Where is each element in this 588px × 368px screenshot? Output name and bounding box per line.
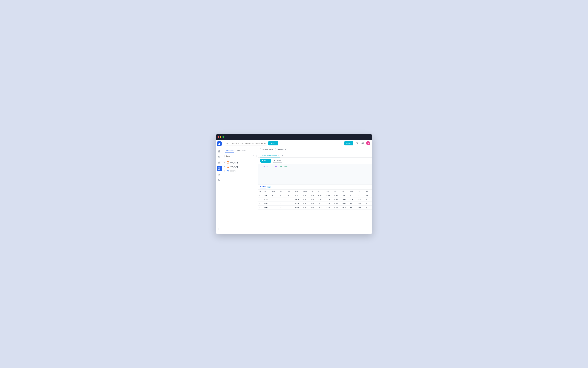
table-cell: 0 — [258, 193, 263, 197]
db-chevron-icon: ▾ — [285, 149, 286, 151]
table-cell: 3 — [258, 197, 263, 202]
maximize-dot[interactable] — [222, 136, 224, 138]
add-button[interactable]: ⊕ Add — [344, 141, 353, 146]
svg-rect-9 — [220, 174, 220, 175]
logo[interactable] — [217, 141, 222, 146]
results-table-container[interactable]: id trip... rate... stor... pay... fare..… — [258, 190, 372, 234]
cancel-button[interactable]: ✕ Cancel — [272, 159, 282, 163]
sidebar-bottom — [217, 227, 222, 232]
table-row: 316.971N149.500.000.505.615.760.3061.672… — [258, 197, 372, 202]
settings-icon — [218, 162, 220, 164]
service-name-dropdown[interactable]: Service Name ▾ — [260, 148, 274, 151]
query-icon — [218, 167, 220, 170]
panel-search-input[interactable] — [224, 154, 257, 158]
tree-item-test-mysql[interactable]: ▶ test_mysql — [223, 160, 258, 165]
table-cell: 1 — [271, 206, 279, 210]
query-tab-close-icon[interactable]: ✕ — [277, 154, 279, 156]
table-cell: 201... — [364, 202, 372, 206]
search-button[interactable]: Search — [268, 141, 278, 146]
table-cell: 201... — [364, 206, 372, 210]
settings-button[interactable] — [360, 141, 365, 146]
sidebar-item-settings[interactable] — [217, 160, 222, 166]
svg-rect-0 — [218, 150, 219, 151]
col-tota: tota... — [341, 190, 349, 193]
app-window: All ▾ Search ⊕ Add — [216, 134, 372, 234]
service-chevron-icon: ▾ — [272, 149, 273, 151]
notifications-button[interactable] — [355, 141, 359, 146]
table-cell: 1 — [286, 206, 294, 210]
table-cell: N — [279, 206, 286, 210]
filter-dropdown[interactable]: All ▾ — [225, 141, 230, 145]
code-content[interactable]: select * from "100_rows" — [263, 165, 370, 183]
table-cell: 0.00 — [302, 197, 309, 202]
table-cell: 5.76 — [325, 197, 333, 202]
query-tabs: 2024-05-09 10:24 AM ✕ + — [258, 153, 372, 158]
table-cell: 0.00 — [302, 193, 309, 197]
minimize-dot[interactable] — [220, 136, 221, 138]
table-cell: 0.30 — [333, 206, 341, 210]
chevron-icon: ▶ — [224, 162, 227, 163]
sql-keyword-select: select — [263, 166, 270, 167]
sidebar-item-dashboard[interactable] — [217, 149, 222, 154]
col-dro: dro... — [357, 190, 364, 193]
logo-icon — [218, 142, 221, 145]
topbar: All ▾ Search ⊕ Add — [223, 139, 372, 147]
tab-databases[interactable]: Databases — [225, 148, 234, 153]
databases-dropdown[interactable]: Databases ▾ — [275, 148, 287, 151]
search-filter[interactable]: All ▾ — [225, 141, 267, 146]
results-header: Results 100 — [258, 185, 372, 190]
query-tab-active[interactable]: 2024-05-09 10:24 AM ✕ — [260, 154, 280, 157]
query-editor[interactable]: 1 select * from "100_rows" — [258, 164, 372, 185]
user-avatar[interactable]: A — [366, 141, 370, 145]
col-tolls: tolls... — [325, 190, 333, 193]
filter-label: All — [226, 142, 228, 144]
table-row: 414.451N145.500.000.5010.415.760.3062.47… — [258, 202, 372, 206]
table-cell: 0 — [357, 193, 364, 197]
svg-point-16 — [227, 170, 229, 171]
tree-item-postgres[interactable]: ▶ postgres — [223, 169, 258, 173]
filter-chevron-icon: ▾ — [228, 142, 229, 144]
app-body: All ▾ Search ⊕ Add — [216, 139, 372, 234]
search-input[interactable] — [230, 141, 267, 145]
table-cell: 61.67 — [341, 197, 349, 202]
tab-worksheets[interactable]: Worksheets — [236, 148, 246, 153]
svg-rect-1 — [219, 150, 220, 151]
query-header: Service Name ▾ Databases ▾ — [258, 147, 372, 153]
table-cell: 16.97 — [263, 197, 271, 202]
svg-point-12 — [254, 155, 255, 156]
table-cell: 5.76 — [325, 202, 333, 206]
table-cell: 1 — [286, 197, 294, 202]
run-button[interactable]: ▶ Run ▾ — [260, 159, 271, 163]
panel-tabs: Databases Worksheets — [223, 147, 258, 153]
table-cell: 201... — [364, 197, 372, 202]
svg-point-14 — [227, 162, 229, 162]
svg-rect-7 — [218, 174, 219, 175]
table-cell: 0.00 — [309, 193, 317, 197]
table-cell: 49.50 — [294, 197, 302, 202]
table-cell: 11.60 — [263, 206, 271, 210]
table-cell: 0.00 — [317, 193, 325, 197]
sql-table-name: "100_rows" — [278, 166, 288, 167]
sidebar-item-logout[interactable] — [217, 227, 222, 232]
table-cell: 138 — [357, 197, 364, 202]
svg-point-5 — [219, 163, 220, 163]
postgres-icon — [227, 169, 229, 172]
table-cell: 4 — [258, 202, 263, 206]
table-cell: 0.00 — [325, 193, 333, 197]
table-cell: 0.30 — [333, 197, 341, 202]
sidebar-item-governance[interactable] — [217, 177, 222, 183]
sidebar-item-database[interactable] — [217, 155, 222, 160]
table-cell: 0.00 — [333, 193, 341, 197]
table-cell: 0.00 — [302, 202, 309, 206]
col-imp: imp... — [333, 190, 341, 193]
table-cell: 0.50 — [309, 197, 317, 202]
tree-item-label: test_mysql — [230, 162, 238, 164]
close-dot[interactable] — [217, 136, 219, 138]
sidebar-item-chart[interactable] — [217, 172, 222, 177]
panel-search-container — [223, 153, 258, 159]
search-icon — [253, 155, 255, 157]
sidebar-item-query[interactable] — [217, 166, 222, 171]
tree-item-test-mysql2[interactable]: ▶ test_mysql2 — [223, 165, 258, 169]
add-query-tab-button[interactable]: + — [281, 154, 284, 157]
run-caret-icon[interactable]: ▾ — [268, 160, 269, 161]
